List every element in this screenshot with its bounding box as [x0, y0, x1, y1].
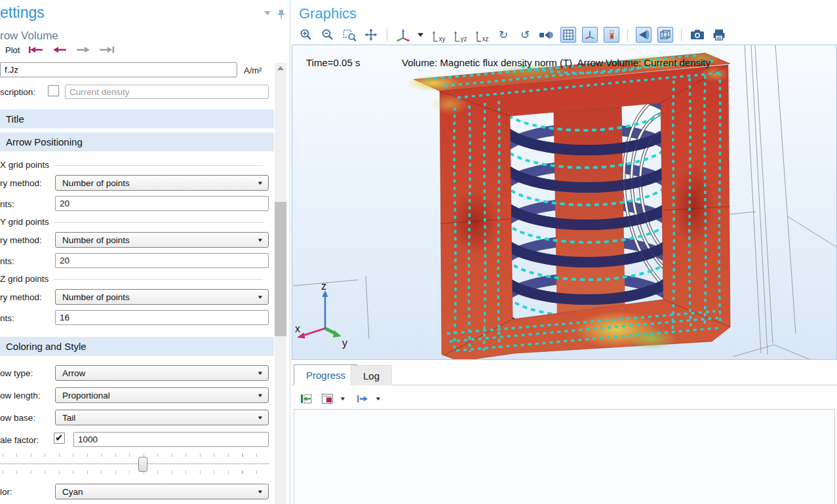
color-label: lor: [0, 487, 12, 497]
slider-ticks-bottom [3, 471, 269, 474]
panel-splitter[interactable] [290, 0, 290, 504]
dropdown-arrow-icon: ▼ [257, 489, 263, 495]
bottom-panel: Progress Log ▼ ▼ [292, 362, 837, 504]
transparency-toggle[interactable] [657, 27, 673, 43]
zoom-out-icon[interactable] [320, 27, 336, 43]
graphics-panel: Graphics xy y [292, 0, 837, 362]
zoom-box-icon[interactable] [341, 27, 357, 43]
zoom-in-icon[interactable] [298, 27, 314, 43]
tab-progress[interactable]: Progress [294, 364, 358, 385]
show-color-legend-toggle[interactable] [604, 27, 619, 43]
rotate-counterclockwise-icon[interactable]: ↺ [517, 27, 533, 43]
show-axis-orientation-toggle[interactable] [582, 27, 598, 43]
arrow-length-label: ow length: [0, 391, 41, 400]
view-xz-icon[interactable]: xz [474, 27, 490, 43]
points-input-x[interactable] [55, 196, 269, 211]
axis-y-label: y [342, 338, 347, 349]
show-grid-toggle[interactable] [560, 27, 576, 43]
node-title: row Volume [0, 29, 58, 43]
graphics-title: Graphics [299, 5, 357, 22]
plot-label: Plot [5, 45, 20, 55]
dropdown-arrow-icon: ▼ [257, 415, 263, 421]
dropdown-arrow-icon: ▼ [257, 370, 263, 376]
view-xy-icon[interactable]: xy [431, 27, 446, 43]
entry-method-dropdown-z[interactable]: Number of points▼ [55, 289, 269, 305]
color-dropdown[interactable]: Cyan▼ [55, 484, 269, 499]
image-snapshot-icon[interactable] [690, 27, 705, 43]
toolbar-separator [387, 29, 387, 41]
slider-track[interactable] [0, 463, 269, 465]
group-y-grid-points: Y grid points [0, 217, 263, 227]
dropdown-arrow-icon[interactable]: ▼ [375, 396, 381, 402]
scale-factor-label: ale factor: [0, 435, 39, 445]
pin-icon[interactable] [277, 9, 285, 20]
tab-log[interactable]: Log [351, 365, 392, 385]
toolbar-separator [681, 29, 682, 41]
dropdown-arrow-icon: ▼ [257, 393, 263, 398]
time-annotation: Time=0.05 s [306, 57, 360, 68]
description-label: scription: [0, 87, 35, 97]
dropdown-arrow-icon: ▼ [257, 294, 263, 300]
progress-panel-icon[interactable] [319, 391, 335, 406]
points-label: nts: [0, 256, 14, 266]
plot-first-icon[interactable] [28, 45, 45, 55]
print-icon[interactable] [711, 27, 727, 43]
scene-3d: z x y [292, 45, 837, 360]
default-view-dropdown-icon[interactable] [417, 27, 425, 43]
settings-panel: ettings row Volume Plot A/m² scription: … [0, 0, 291, 504]
move-to-step-icon[interactable] [355, 391, 370, 406]
section-arrow-positioning[interactable]: Arrow Positioning [0, 132, 274, 151]
group-x-grid-points: X grid points [0, 160, 263, 170]
dropdown-arrow-icon[interactable]: ▼ [340, 396, 346, 402]
plot-last-icon[interactable] [98, 45, 115, 55]
progress-toolbar: ▼ ▼ [298, 391, 381, 406]
entry-method-label: ry method: [0, 178, 42, 188]
section-coloring-and-style[interactable]: Coloring and Style [0, 337, 274, 356]
arrow-type-dropdown[interactable]: Arrow▼ [55, 365, 269, 381]
axis-triad: z x y [295, 281, 347, 349]
plot-next-icon[interactable] [75, 45, 92, 55]
entry-method-label: ry method: [0, 292, 42, 302]
points-input-y[interactable] [55, 253, 269, 268]
description-input[interactable] [65, 85, 269, 99]
projection-icon[interactable] [539, 27, 555, 43]
plot-previous-icon[interactable] [51, 45, 68, 55]
description-checkbox[interactable] [48, 85, 59, 96]
entry-method-label: ry method: [0, 235, 42, 245]
view-yz-icon[interactable]: yz [452, 27, 468, 43]
default-3d-view-icon[interactable] [395, 27, 411, 43]
toolbar-separator [627, 29, 628, 41]
dock-progress-icon[interactable] [298, 391, 314, 406]
zoom-extents-icon[interactable] [363, 27, 379, 43]
bottom-tabbar: Progress Log [292, 364, 837, 385]
scrollbar-up-icon[interactable] [277, 66, 284, 70]
entry-method-dropdown-y[interactable]: Number of points▼ [55, 232, 269, 248]
plot-button-row: Plot [5, 43, 115, 56]
axis-z-label: z [321, 281, 326, 292]
dropdown-arrow-icon: ▼ [257, 180, 263, 186]
progress-content [294, 409, 835, 504]
arrow-type-label: ow type: [0, 368, 33, 378]
points-label: nts: [0, 313, 14, 323]
slider-handle[interactable] [138, 457, 147, 472]
graphics-toolbar: xy yz xz ↻ ↺ [298, 26, 727, 43]
arrow-base-label: ow base: [0, 413, 35, 423]
arrow-length-dropdown[interactable]: Proportional▼ [55, 387, 269, 403]
points-label: nts: [0, 199, 14, 209]
graphics-viewport[interactable]: z x y Time=0.05 s Volume: Magnetic flux … [292, 45, 837, 360]
section-title[interactable]: Title [0, 109, 274, 128]
chevron-down-icon[interactable] [263, 9, 272, 16]
scale-factor-input[interactable] [73, 432, 269, 447]
expression-input[interactable] [0, 62, 237, 77]
scrollbar-thumb[interactable] [275, 202, 286, 336]
entry-method-dropdown-x[interactable]: Number of points▼ [55, 175, 269, 191]
rotate-clockwise-icon[interactable]: ↻ [496, 27, 511, 43]
expression-unit: A/m² [244, 66, 262, 75]
points-input-z[interactable] [55, 310, 269, 325]
plot-title-annotation: Volume: Magnetic flux density norm (T) A… [402, 57, 710, 68]
settings-scrollbar[interactable] [275, 63, 286, 504]
arrow-base-dropdown[interactable]: Tail▼ [55, 410, 269, 425]
scene-light-toggle[interactable] [636, 27, 652, 43]
slider-ticks-top [3, 454, 269, 457]
scale-factor-checkbox[interactable] [54, 433, 65, 444]
